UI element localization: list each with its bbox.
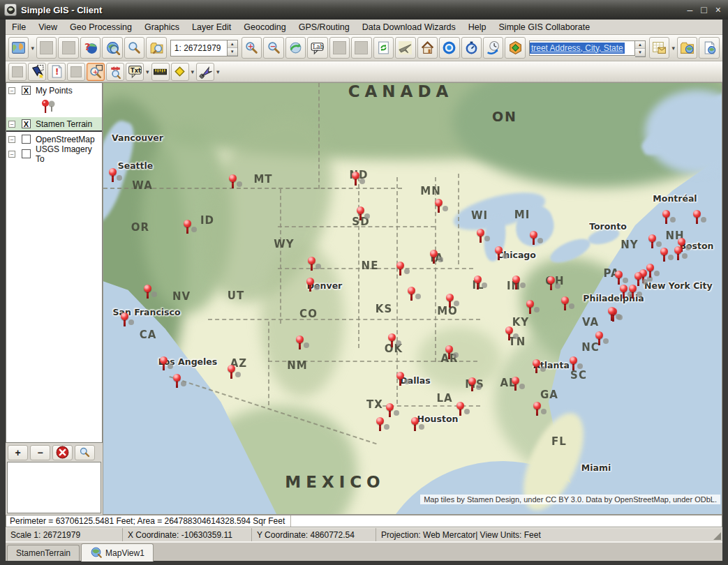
snapping-tool-dropdown-arrow[interactable]: ▾ xyxy=(216,68,220,75)
text-annotation-dropdown-arrow[interactable]: ▾ xyxy=(146,68,149,75)
add-layer-button[interactable]: + xyxy=(8,445,28,460)
gps-tracking-button[interactable] xyxy=(395,37,415,59)
measurement-bar: Perimeter = 63706125.5481 Feet; Area = 2… xyxy=(6,515,722,527)
layer-expander[interactable]: – xyxy=(8,87,15,94)
timer-tool-button[interactable] xyxy=(461,37,482,59)
minimize-button[interactable]: – xyxy=(688,5,693,15)
layer-expander[interactable]: – xyxy=(8,136,15,143)
close-button[interactable]: × xyxy=(715,5,721,15)
identify-globe-button[interactable]: ? xyxy=(80,37,101,59)
menu-file[interactable]: File xyxy=(6,21,32,33)
content-area: –XMy Points–XStamen Terrain–OpenStreetMa… xyxy=(6,82,722,515)
layer-preview-box xyxy=(7,462,101,513)
status-bar: Scale 1: 26721979 X Coordinate: -1063035… xyxy=(6,527,722,541)
text-annotation-button[interactable]: Txt xyxy=(126,63,144,81)
new-map-document-button[interactable] xyxy=(699,37,719,59)
tool-empty-1-button[interactable] xyxy=(36,37,57,59)
draw-shape-dropdown-arrow[interactable]: ▾ xyxy=(191,68,195,75)
projection-status: Projection: Web Mercator| View Units: Fe… xyxy=(381,530,541,540)
layer-expander[interactable]: – xyxy=(8,151,15,158)
layer-item-my-points[interactable]: –XMy Points xyxy=(6,83,102,98)
layer-tools: +− xyxy=(6,443,103,462)
window-title: Simple GIS - Client xyxy=(21,5,102,15)
draw-shape-button[interactable] xyxy=(171,63,189,81)
title-bar: Simple GIS - Client – □ × xyxy=(0,0,728,20)
validation-errors-button[interactable]: ! xyxy=(47,63,66,81)
tool-empty-4-button[interactable] xyxy=(351,37,371,59)
basemap-picker-button[interactable] xyxy=(8,37,29,59)
app-window: Simple GIS - Client – □ × FileViewGeo Pr… xyxy=(0,0,728,565)
menu-view[interactable]: View xyxy=(32,21,64,33)
layer-label: Stamen Terrain xyxy=(36,119,92,129)
menu-gps-routing[interactable]: GPS/Routing xyxy=(292,21,356,33)
menu-help[interactable]: Help xyxy=(462,21,493,33)
tool-empty-2-button[interactable] xyxy=(58,37,78,59)
previous-extent-button[interactable] xyxy=(285,37,306,59)
remove-layer-button[interactable]: − xyxy=(30,445,50,460)
tool-empty-3-button[interactable] xyxy=(329,37,350,59)
layer-checkbox[interactable] xyxy=(22,149,31,158)
menu-layer-edit[interactable]: Layer Edit xyxy=(186,21,237,33)
edit-empty-1-button[interactable] xyxy=(8,63,27,81)
label-features-button[interactable]: Lab xyxy=(307,37,327,59)
tab-stamenterrain[interactable]: StamenTerrain xyxy=(7,545,80,561)
map-view[interactable]: CANADAMEXICOONWAORIDMTWYNVUTCAAZNMCOKSOK… xyxy=(103,82,722,515)
layer-expander[interactable]: – xyxy=(8,121,15,128)
resize-grip[interactable] xyxy=(713,532,721,540)
batch-geocode-button[interactable] xyxy=(649,37,669,59)
layer-item-stamen-terrain[interactable]: –XStamen Terrain xyxy=(6,117,102,132)
layer-checkbox[interactable]: X xyxy=(22,86,31,95)
history-tool-button[interactable] xyxy=(483,37,503,59)
refresh-map-button[interactable] xyxy=(373,37,394,59)
app-icon xyxy=(4,3,17,16)
layer-checkbox[interactable]: X xyxy=(22,119,31,128)
zoom-full-extent-button[interactable] xyxy=(102,37,122,59)
layer-panel: –XMy Points–XStamen Terrain–OpenStreetMa… xyxy=(6,82,103,515)
menu-graphics[interactable]: Graphics xyxy=(138,21,186,33)
measure-tool-button[interactable] xyxy=(151,63,170,81)
view-tab-bar: StamenTerrainMapView1 xyxy=(6,541,722,561)
menu-geocoding[interactable]: Geocoding xyxy=(237,21,292,33)
delete-layer-button[interactable] xyxy=(52,445,73,460)
open-gis-data-button[interactable] xyxy=(677,37,697,59)
zoom-in-button[interactable]: + xyxy=(242,37,262,59)
map-attribution: Map tiles by Stamen Design, under CC BY … xyxy=(420,495,720,504)
batch-geocode-dropdown-arrow[interactable]: ▾ xyxy=(671,45,675,52)
basemap-picker-dropdown-arrow[interactable]: ▾ xyxy=(31,45,34,52)
svg-text:?: ? xyxy=(84,40,91,52)
snapping-tool-button[interactable] xyxy=(196,63,214,81)
geocode-input[interactable]: treet Address, City, State xyxy=(529,40,635,56)
menu-geo-processing[interactable]: Geo Processing xyxy=(64,21,138,33)
zoom-out-button[interactable]: − xyxy=(263,37,283,59)
layer-search-button[interactable] xyxy=(75,445,95,460)
svg-text:−: − xyxy=(269,42,276,50)
layer-item-usgs-imagery-to[interactable]: –USGS Imagery To xyxy=(6,146,102,161)
scale-input[interactable]: 1: 26721979 xyxy=(170,40,228,56)
home-extent-button[interactable] xyxy=(417,37,438,59)
scale-input-combo: 1: 26721979▲▼ xyxy=(170,40,238,56)
tab-label: StamenTerrain xyxy=(16,548,70,558)
layer-checkbox[interactable] xyxy=(22,135,31,144)
zoom-to-layer-button[interactable] xyxy=(146,37,166,59)
scale-input-spinner[interactable]: ▲▼ xyxy=(228,40,238,56)
geofence-tool-button[interactable] xyxy=(505,37,525,59)
record-position-button[interactable] xyxy=(439,37,459,59)
menu-data-download-wizards[interactable]: Data Download Wizards xyxy=(356,21,462,33)
zoom-rectangle-button[interactable]: + xyxy=(87,63,105,81)
swipe-tool-button[interactable] xyxy=(106,63,124,81)
perimeter-text: Perimeter = 63706125.5481 Feet; Area = 2… xyxy=(10,516,285,526)
maximize-button[interactable]: □ xyxy=(701,5,706,15)
svg-text:Lab: Lab xyxy=(313,43,324,50)
tab-mapview1[interactable]: MapView1 xyxy=(81,543,154,562)
map-magnifier-icon xyxy=(90,546,102,560)
select-features-button[interactable] xyxy=(28,63,46,81)
tab-label: MapView1 xyxy=(105,548,144,558)
edit-empty-2-button[interactable] xyxy=(67,63,85,81)
menu-simple-gis-collaborate[interactable]: Simple GIS Collaborate xyxy=(493,21,597,33)
geocode-input-spinner[interactable]: ▲▼ xyxy=(635,40,646,57)
layer-label: OpenStreetMap xyxy=(36,135,95,144)
zoom-tool-button[interactable] xyxy=(124,37,144,59)
scale-status: Scale 1: 26721979 xyxy=(10,530,80,540)
geocode-input-combo: treet Address, City, State▲▼ xyxy=(529,40,646,56)
svg-text:!: ! xyxy=(54,66,59,77)
